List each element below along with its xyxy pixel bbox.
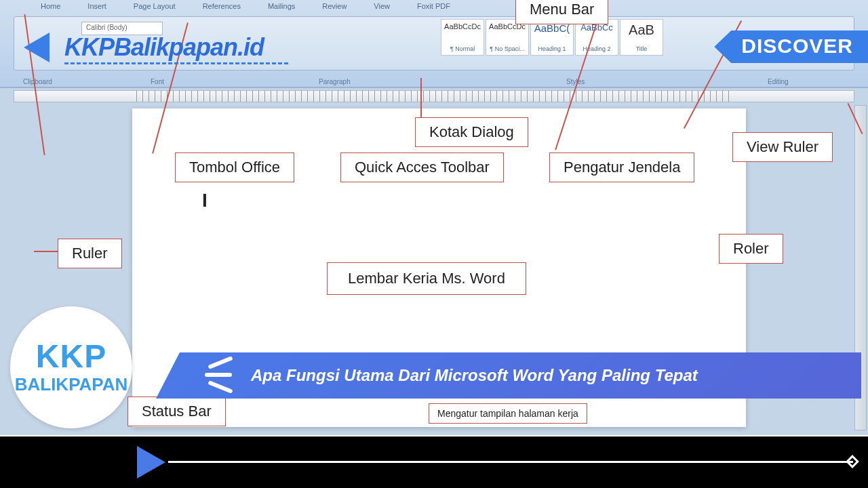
callout-line: [34, 251, 61, 252]
tab-pagelayout: Page Layout: [134, 2, 176, 10]
article-title: Apa Fungsi Utama Dari Microsoft Word Yan…: [251, 366, 698, 385]
group-font: Font: [151, 78, 164, 85]
progress-line[interactable]: [168, 461, 853, 463]
tab-foxit: Foxit PDF: [417, 2, 450, 10]
kkp-text-top: KKP: [36, 340, 106, 373]
tab-references: References: [203, 2, 241, 10]
tab-mailings: Mailings: [268, 2, 295, 10]
label-lembar-kerja: Lembar Keria Ms. Word: [327, 262, 526, 295]
group-editing: Editing: [768, 78, 789, 85]
style-normal: AaBbCcDc¶ Normal: [441, 19, 484, 56]
label-menu-bar: Menu Bar: [515, 0, 608, 24]
tab-view: View: [374, 2, 390, 10]
site-logo[interactable]: KKPBalikpapan.id: [24, 30, 264, 64]
label-mengatur: Mengatur tampilan halaman kerja: [429, 403, 587, 424]
label-kotak-dialog: Kotak Dialog: [415, 117, 528, 147]
tab-insert: Insert: [87, 2, 106, 10]
label-status-bar: Status Bar: [127, 396, 226, 426]
tab-review: Review: [322, 2, 347, 10]
group-clipboard: Clipboard: [23, 78, 52, 85]
label-tombol-office: Tombol Office: [175, 152, 294, 182]
styles-gallery: AaBbCcDc¶ Normal AaBbCcDc¶ No Spaci... A…: [441, 19, 663, 56]
label-view-ruler: View Ruler: [732, 132, 833, 162]
tab-home: Home: [41, 2, 60, 10]
group-paragraph: Paragraph: [319, 78, 351, 85]
label-ruler: Ruler: [58, 239, 122, 268]
discover-badge[interactable]: DISCOVER: [714, 30, 868, 63]
style-title: AaBTitle: [620, 19, 663, 56]
kkp-circle-logo[interactable]: KKP BALIKPAPAN: [10, 306, 132, 428]
callout-line: [420, 78, 422, 117]
horizontal-ruler: [14, 90, 854, 102]
paper-plane-icon: [24, 30, 58, 64]
text-cursor: I: [202, 190, 208, 211]
style-heading1: AaBbC(Heading 1: [530, 19, 574, 56]
play-chevron-icon[interactable]: [137, 446, 165, 479]
kkp-text-bottom: BALIKPAPAN: [15, 374, 128, 395]
label-quick-access: Quick Acces Toolbar: [340, 152, 504, 182]
article-title-bar: Apa Fungsi Utama Dari Microsoft Word Yan…: [156, 352, 861, 399]
ribbon-tabs: Home Insert Page Layout References Maili…: [41, 2, 450, 10]
label-pengatur-jendela: Pengatur Jendela: [549, 152, 694, 182]
label-roler: Roler: [719, 234, 783, 264]
style-nospacing: AaBbCcDc¶ No Spaci...: [486, 19, 529, 56]
site-logo-text: KKPBalikpapan.id: [64, 33, 264, 62]
